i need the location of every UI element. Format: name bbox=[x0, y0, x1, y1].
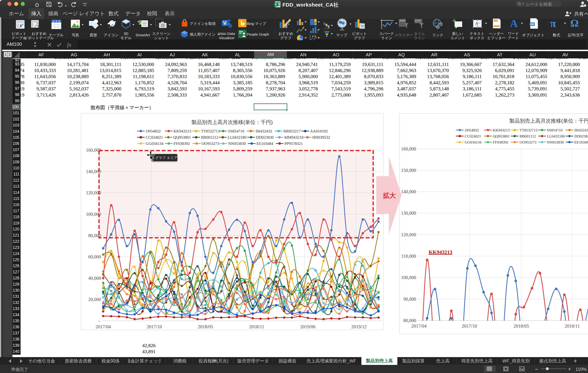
svg-text:OO953273: OO953273 bbox=[201, 141, 219, 146]
svg-text:BB001212: BB001212 bbox=[520, 134, 536, 138]
svg-text:150,000: 150,000 bbox=[401, 168, 416, 173]
svg-text:II0432432: II0432432 bbox=[574, 128, 588, 132]
svg-text:QQ953801: QQ953801 bbox=[493, 134, 510, 138]
svg-text:KK943213: KK943213 bbox=[429, 249, 452, 255]
svg-text:JJ054832: JJ054832 bbox=[465, 128, 479, 132]
svg-text:2017/10: 2017/10 bbox=[462, 323, 477, 329]
svg-text:AA010102: AA010102 bbox=[310, 129, 328, 133]
svg-text:MM943218: MM943218 bbox=[284, 135, 303, 140]
svg-text:-: - bbox=[98, 318, 100, 323]
svg-text:DD023830: DD023830 bbox=[256, 135, 273, 140]
svg-text:KK943213: KK943213 bbox=[174, 129, 191, 133]
svg-text:2017/04: 2017/04 bbox=[411, 323, 427, 329]
svg-text:OO953273: OO953273 bbox=[520, 140, 536, 144]
svg-text:130,000: 130,000 bbox=[401, 211, 416, 216]
svg-text:2018/05: 2018/05 bbox=[198, 324, 213, 329]
svg-text:160,000: 160,000 bbox=[401, 146, 416, 151]
svg-text:TT8532713: TT8532713 bbox=[520, 128, 537, 132]
svg-text:60,000: 60,000 bbox=[88, 254, 101, 259]
svg-text:NN053830: NN053830 bbox=[228, 141, 246, 146]
svg-text:2019/06: 2019/06 bbox=[300, 324, 315, 329]
svg-text:II0432432: II0432432 bbox=[256, 129, 272, 133]
svg-text:90,000: 90,000 bbox=[403, 296, 416, 302]
svg-text:100,000: 100,000 bbox=[401, 275, 416, 280]
svg-text:BB001212: BB001212 bbox=[201, 135, 218, 140]
svg-text:SS854710: SS854710 bbox=[228, 129, 244, 133]
svg-text:FF038392: FF038392 bbox=[493, 140, 508, 144]
svg-text:2018/05: 2018/05 bbox=[514, 323, 529, 329]
svg-text:HH039532: HH039532 bbox=[312, 135, 330, 140]
svg-text:LL0432180: LL0432180 bbox=[228, 135, 246, 140]
svg-text:2017/04: 2017/04 bbox=[95, 324, 111, 329]
svg-text:2018/11: 2018/11 bbox=[249, 324, 264, 329]
svg-text:PP9578321: PP9578321 bbox=[284, 141, 303, 146]
svg-text:CC024021: CC024021 bbox=[146, 135, 163, 140]
svg-text:CC024021: CC024021 bbox=[465, 134, 481, 138]
svg-text:SS854710: SS854710 bbox=[547, 128, 562, 132]
svg-text:GG034134: GG034134 bbox=[146, 141, 164, 146]
svg-text:NN053830: NN053830 bbox=[547, 140, 564, 144]
svg-text:JJ054832: JJ054832 bbox=[146, 129, 161, 133]
svg-text:120,000: 120,000 bbox=[401, 232, 416, 237]
svg-text:2018/11: 2018/11 bbox=[565, 323, 580, 329]
svg-text:QQ953801: QQ953801 bbox=[173, 135, 191, 140]
svg-text:LL0432180: LL0432180 bbox=[547, 134, 565, 138]
svg-text:140,000: 140,000 bbox=[401, 189, 416, 194]
svg-text:TT8532713: TT8532713 bbox=[201, 129, 220, 133]
svg-text:80,000: 80,000 bbox=[403, 318, 416, 323]
svg-text:EE103484: EE103484 bbox=[256, 141, 273, 146]
svg-text:EE103484: EE103484 bbox=[574, 140, 588, 144]
svg-text:20,000: 20,000 bbox=[88, 297, 101, 302]
svg-text:40,000: 40,000 bbox=[88, 276, 101, 281]
svg-text:FF038392: FF038392 bbox=[174, 141, 190, 146]
svg-text:DD023830: DD023830 bbox=[574, 134, 588, 138]
svg-text:KK943213: KK943213 bbox=[493, 128, 510, 132]
svg-text:GG034134: GG034134 bbox=[465, 140, 482, 144]
svg-text:2017/10: 2017/10 bbox=[147, 324, 162, 329]
svg-text:RR853217: RR853217 bbox=[284, 129, 301, 133]
svg-text:110,000: 110,000 bbox=[401, 253, 416, 259]
svg-text:2019/12: 2019/12 bbox=[351, 324, 367, 329]
